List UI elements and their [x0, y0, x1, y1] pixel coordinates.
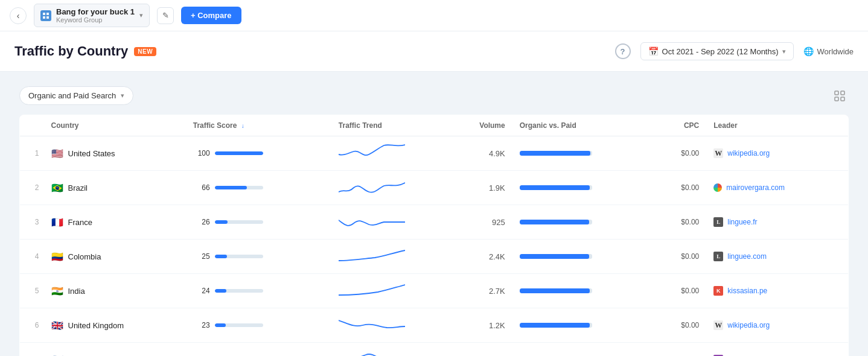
cpc-cell: $0.00 [640, 240, 706, 274]
country-name: United States [68, 149, 115, 158]
score-bar-fill [215, 255, 227, 258]
back-button[interactable]: ‹ [10, 7, 27, 24]
table-row: 5🇮🇳India242.7K$0.00Kkissasian.pe [20, 274, 849, 308]
flag-icon: 🇺🇸 [51, 148, 63, 159]
score-bar-fill [215, 186, 247, 189]
leader-domain[interactable]: linguee.fr [727, 218, 757, 226]
leader-domain[interactable]: linguee.com [727, 252, 767, 261]
svg-rect-0 [43, 13, 45, 15]
export-button[interactable] [831, 87, 849, 105]
volume-cell: 1.9K [450, 171, 512, 205]
country-cell[interactable]: 🇨🇴Colombia [44, 240, 186, 274]
organic-vs-paid-cell [512, 308, 640, 343]
country-cell[interactable]: 🇮🇳India [44, 274, 186, 308]
volume-cell: 1.2K [450, 308, 512, 343]
organic-paid-bar [520, 220, 592, 224]
edit-button[interactable]: ✎ [157, 7, 174, 24]
leader-icon: K [713, 286, 723, 296]
rank-cell: 1 [20, 136, 44, 171]
sparkline [339, 177, 405, 199]
organic-paid-fill [520, 151, 591, 156]
score-value: 25 [193, 252, 210, 261]
traffic-score-cell: 26 [186, 205, 331, 240]
top-navigation: ‹ Bang for your buck 1 Keyword Group ▾ ✎… [0, 0, 868, 31]
leader-cell[interactable]: Llinguee.fr [706, 205, 848, 240]
keyword-group-icon [40, 10, 51, 21]
table-header: Country Traffic Score ↓ Traffic Trend Vo… [20, 115, 849, 136]
help-icon[interactable]: ? [615, 43, 631, 59]
leader-icon: W [713, 148, 723, 158]
svg-rect-4 [835, 91, 838, 95]
score-bar-fill [215, 151, 263, 155]
col-country[interactable]: Country [44, 115, 186, 136]
country-cell[interactable]: 🇧🇷Brazil [44, 171, 186, 205]
score-bar-track [215, 220, 263, 224]
volume-cell: 1K [450, 343, 512, 357]
score-bar-fill [215, 289, 226, 293]
date-range-caret-icon: ▾ [782, 48, 786, 56]
rank-cell: 5 [20, 274, 44, 308]
col-traffic-score[interactable]: Traffic Score ↓ [186, 115, 331, 136]
traffic-score-cell: 23 [186, 343, 331, 357]
leader-domain[interactable]: kissasian.pe [727, 287, 767, 295]
traffic-trend-cell [331, 343, 450, 357]
sparkline [339, 280, 405, 302]
organic-vs-paid-cell [512, 205, 640, 240]
score-value: 23 [193, 321, 210, 329]
organic-vs-paid-cell [512, 171, 640, 205]
organic-paid-bar [520, 323, 592, 328]
score-value: 26 [193, 218, 210, 226]
country-table: Country Traffic Score ↓ Traffic Trend Vo… [19, 115, 849, 356]
country-cell[interactable]: 🇺🇸United States [44, 136, 186, 171]
svg-rect-3 [46, 16, 49, 19]
svg-rect-6 [835, 97, 838, 101]
organic-paid-bar [520, 151, 592, 156]
leader-cell[interactable]: Wwikipedia.org [706, 136, 848, 171]
leader-domain[interactable]: wikipedia.org [727, 149, 770, 157]
svg-rect-5 [841, 91, 844, 95]
leader-cell[interactable]: Wwikipedia.org [706, 308, 848, 343]
flag-icon: 🇮🇳 [51, 285, 63, 297]
filter-label: Organic and Paid Search [28, 91, 116, 100]
country-cell[interactable]: 🇬🇧United Kingdom [44, 308, 186, 343]
organic-vs-paid-cell [512, 240, 640, 274]
sparkline [339, 246, 405, 267]
traffic-trend-cell [331, 308, 450, 343]
worldwide-label: Worldwide [817, 47, 854, 56]
col-cpc: CPC [640, 115, 706, 136]
cpc-cell: $0.00 [640, 136, 706, 171]
flag-icon: 🇨🇴 [51, 251, 63, 262]
col-volume: Volume [450, 115, 512, 136]
organic-paid-bar [520, 288, 592, 293]
volume-cell: 925 [450, 205, 512, 240]
country-cell[interactable]: 🇫🇷France [44, 205, 186, 240]
organic-paid-fill [520, 220, 589, 224]
worldwide-button[interactable]: 🌐 Worldwide [803, 46, 854, 56]
cpc-cell: $0.00 [640, 171, 706, 205]
traffic-trend-cell [331, 136, 450, 171]
sparkline [339, 211, 405, 233]
leader-cell[interactable]: mairovergara.com [706, 171, 848, 205]
leader-cell[interactable]: Ccambridge.org [706, 343, 848, 357]
compare-button[interactable]: + Compare [181, 7, 241, 24]
search-type-filter[interactable]: Organic and Paid Search ▾ [19, 86, 133, 105]
traffic-score-cell: 23 [186, 308, 331, 343]
leader-icon [713, 183, 722, 192]
date-range-label: Oct 2021 - Sep 2022 (12 Months) [662, 47, 779, 56]
sparkline [339, 349, 405, 356]
traffic-trend-cell [331, 171, 450, 205]
leader-domain[interactable]: wikipedia.org [727, 321, 770, 329]
leader-cell[interactable]: Kkissasian.pe [706, 274, 848, 308]
country-cell[interactable]: 🇵🇭Philippines [44, 343, 186, 357]
cpc-cell: $0.00 [640, 343, 706, 357]
rank-cell: 6 [20, 308, 44, 343]
keyword-group-pill[interactable]: Bang for your buck 1 Keyword Group ▾ [34, 4, 150, 27]
leader-domain[interactable]: mairovergara.com [726, 183, 785, 192]
traffic-score-cell: 66 [186, 171, 331, 205]
leader-cell[interactable]: Llinguee.com [706, 240, 848, 274]
score-value: 66 [193, 183, 210, 192]
table-row: 4🇨🇴Colombia252.4K$0.00Llinguee.com [20, 240, 849, 274]
date-range-button[interactable]: 📅 Oct 2021 - Sep 2022 (12 Months) ▾ [640, 42, 794, 60]
col-traffic-trend: Traffic Trend [331, 115, 450, 136]
col-leader: Leader [706, 115, 848, 136]
